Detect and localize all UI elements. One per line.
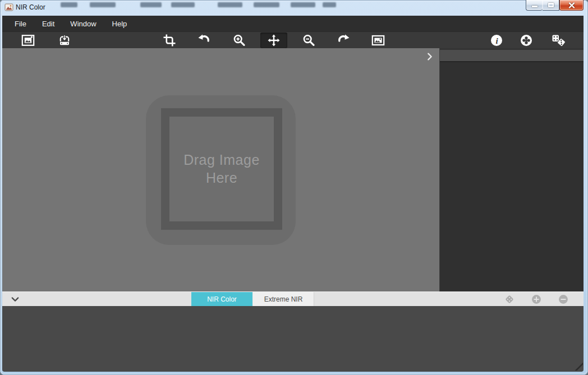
crop-button[interactable] xyxy=(156,33,183,48)
open-image-button[interactable] xyxy=(15,33,42,48)
import-image-icon xyxy=(58,34,71,47)
collapse-panel-button[interactable] xyxy=(10,294,20,304)
background-blur-fragment xyxy=(291,2,315,7)
menu-edit[interactable]: Edit xyxy=(34,16,62,31)
maximize-button[interactable] xyxy=(543,0,559,11)
panel-expand-button[interactable] xyxy=(425,52,434,61)
zoom-out-icon xyxy=(302,34,315,47)
menu-file[interactable]: File xyxy=(7,16,34,31)
menu-window[interactable]: Window xyxy=(62,16,104,31)
crop-icon xyxy=(163,34,176,47)
open-image-icon xyxy=(21,34,35,47)
import-image-button[interactable] xyxy=(51,33,78,48)
background-blur-fragment xyxy=(171,2,195,7)
titlebar[interactable]: NIR Color xyxy=(0,0,588,16)
remove-icon xyxy=(558,294,569,305)
zoom-out-button[interactable] xyxy=(295,33,322,48)
info-icon: i xyxy=(490,34,503,47)
pan-tool-button[interactable] xyxy=(260,33,287,48)
remove-preset-button[interactable] xyxy=(558,294,569,305)
chevron-down-icon xyxy=(10,294,20,304)
panel-header xyxy=(440,48,584,62)
preset-actions xyxy=(504,294,569,305)
effects-flower-icon xyxy=(520,34,533,47)
random-dice-icon xyxy=(504,294,515,305)
application-window: NIR Color File Edit Window Help xyxy=(0,0,588,375)
randomize-preset-button[interactable] xyxy=(504,294,515,305)
window-title: NIR Color xyxy=(16,0,45,15)
dropzone-label: Drag Image Here xyxy=(183,151,260,187)
background-blur-fragment xyxy=(90,2,116,7)
add-preset-button[interactable] xyxy=(531,294,542,305)
window-controls xyxy=(526,0,584,11)
chevron-right-icon xyxy=(425,52,434,61)
image-adjust-button[interactable] xyxy=(365,33,392,48)
close-icon xyxy=(568,2,575,8)
rotate-ccw-icon xyxy=(197,34,211,47)
background-blur-fragment xyxy=(218,2,242,7)
main-content: Drag Image Here xyxy=(2,48,584,291)
add-icon xyxy=(531,294,542,305)
tab-nir-color[interactable]: NIR Color xyxy=(191,292,252,307)
info-button[interactable]: i xyxy=(483,33,510,48)
toolbar: i xyxy=(2,31,584,48)
random-dice-icon xyxy=(552,34,566,47)
adjustments-panel xyxy=(439,48,584,291)
rotate-cw-button[interactable] xyxy=(330,33,357,48)
background-blur-fragment xyxy=(140,2,162,7)
presets-panel xyxy=(2,306,584,372)
background-blur-fragment xyxy=(323,2,336,7)
tab-extreme-nir[interactable]: Extreme NIR xyxy=(252,292,314,307)
dropzone-inner-frame: Drag Image Here xyxy=(161,108,282,230)
randomize-button[interactable] xyxy=(545,33,572,48)
background-blur-fragment xyxy=(254,2,279,7)
filter-tabbar: NIR Color Extreme NIR xyxy=(2,291,584,306)
zoom-in-button[interactable] xyxy=(226,33,252,48)
minimize-button[interactable] xyxy=(526,0,543,11)
filter-tabs: NIR Color Extreme NIR xyxy=(191,292,314,307)
pan-icon xyxy=(267,34,281,47)
minimize-icon xyxy=(532,6,538,7)
maximize-icon xyxy=(548,3,554,7)
app-icon xyxy=(4,3,13,12)
background-blur-fragment xyxy=(61,2,77,7)
image-canvas[interactable]: Drag Image Here xyxy=(2,48,439,291)
image-dropzone[interactable]: Drag Image Here xyxy=(146,95,296,245)
resize-grip[interactable] xyxy=(574,362,583,371)
close-button[interactable] xyxy=(559,0,584,11)
image-adjust-icon xyxy=(371,34,385,47)
rotate-ccw-button[interactable] xyxy=(191,33,218,48)
menu-help[interactable]: Help xyxy=(104,16,135,31)
zoom-in-icon xyxy=(232,34,246,47)
rotate-cw-icon xyxy=(337,34,350,47)
effects-button[interactable] xyxy=(513,33,540,48)
menubar: File Edit Window Help xyxy=(2,16,584,31)
